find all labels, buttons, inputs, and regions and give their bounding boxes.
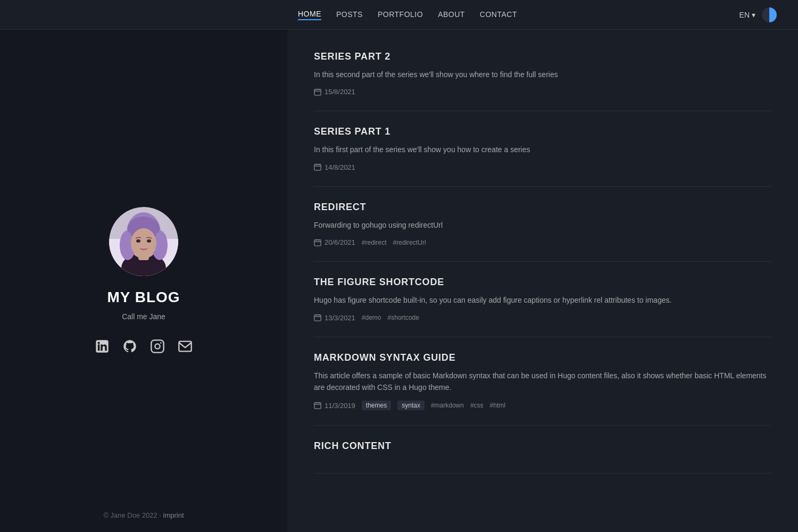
- theme-toggle-button[interactable]: [762, 7, 777, 22]
- post-item: MARKDOWN SYNTAX GUIDE This article offer…: [314, 337, 771, 426]
- nav-about[interactable]: ABOUT: [438, 10, 465, 20]
- lang-label: EN: [739, 11, 750, 19]
- svg-rect-20: [314, 164, 321, 170]
- svg-point-9: [131, 228, 156, 258]
- instagram-icon[interactable]: [149, 338, 166, 355]
- post-meta: 15/8/2021: [314, 88, 771, 96]
- linkedin-icon[interactable]: [94, 338, 111, 355]
- blog-subtitle: Call me Jane: [122, 312, 165, 321]
- post-item: REDIRECT Forwarding to gohugo using redi…: [314, 187, 771, 262]
- post-tag[interactable]: #markdown: [431, 402, 464, 409]
- post-description: In this first part of the series we'll s…: [314, 144, 771, 155]
- svg-rect-18: [179, 342, 191, 352]
- svg-rect-15: [151, 340, 163, 352]
- nav-posts[interactable]: POSTS: [336, 10, 363, 20]
- post-meta: 20/6/2021 #redirect #redirectUrl: [314, 238, 771, 246]
- post-item: SERIES PART 2 In this second part of the…: [314, 46, 771, 111]
- imprint-link[interactable]: imprint: [163, 511, 184, 519]
- post-meta: 14/8/2021: [314, 163, 771, 171]
- post-description: In this second part of the series we'll …: [314, 69, 771, 80]
- date-text: 11/3/2019: [325, 402, 355, 410]
- svg-point-16: [155, 344, 160, 348]
- post-tag[interactable]: #demo: [362, 314, 381, 321]
- main-content: SERIES PART 2 In this second part of the…: [287, 30, 798, 532]
- github-icon[interactable]: [121, 338, 138, 355]
- post-title[interactable]: REDIRECT: [314, 202, 771, 213]
- calendar-icon: [314, 163, 321, 171]
- top-navigation: HOME POSTS PORTFOLIO ABOUT CONTACT EN ▾: [0, 0, 798, 30]
- svg-point-11: [147, 239, 151, 243]
- post-date: 11/3/2019: [314, 402, 355, 410]
- nav-right: EN ▾: [739, 7, 777, 22]
- post-title[interactable]: SERIES PART 2: [314, 51, 771, 62]
- language-selector[interactable]: EN ▾: [739, 11, 755, 19]
- calendar-icon: [314, 402, 321, 409]
- sidebar: MY BLOG Call me Jane: [0, 30, 287, 532]
- blog-title: MY BLOG: [107, 289, 180, 306]
- post-description: Forwarding to gohugo using redirectUrl: [314, 219, 771, 231]
- post-description: This article offers a sample of basic Ma…: [314, 370, 771, 394]
- tag-badge-syntax[interactable]: syntax: [397, 401, 425, 410]
- post-description: Hugo has figure shortcode built-in, so y…: [314, 294, 771, 306]
- nav-contact[interactable]: CONTACT: [480, 10, 517, 20]
- date-text: 13/3/2021: [325, 314, 355, 322]
- post-tag[interactable]: #css: [470, 402, 484, 409]
- svg-rect-19: [314, 89, 321, 95]
- tag-badge-themes[interactable]: themes: [362, 401, 391, 410]
- post-tag[interactable]: #html: [490, 402, 505, 409]
- sidebar-footer: © Jane Doe 2022 · imprint: [103, 511, 184, 519]
- post-tag[interactable]: #redirect: [362, 239, 387, 246]
- calendar-icon: [314, 314, 321, 321]
- page-layout: MY BLOG Call me Jane: [0, 30, 798, 532]
- post-title[interactable]: MARKDOWN SYNTAX GUIDE: [314, 352, 771, 363]
- date-text: 20/6/2021: [325, 238, 355, 246]
- email-icon[interactable]: [177, 338, 194, 355]
- post-date: 15/8/2021: [314, 88, 355, 96]
- post-title[interactable]: RICH CONTENT: [314, 440, 771, 452]
- svg-point-14: [97, 342, 99, 344]
- post-date: 14/8/2021: [314, 163, 355, 171]
- svg-rect-23: [314, 403, 321, 409]
- svg-point-10: [136, 239, 140, 243]
- date-text: 14/8/2021: [325, 163, 355, 171]
- post-tag[interactable]: #shortcode: [388, 314, 419, 321]
- copyright-text: © Jane Doe 2022 ·: [103, 511, 163, 519]
- nav-links: HOME POSTS PORTFOLIO ABOUT CONTACT: [298, 10, 517, 20]
- svg-rect-21: [314, 239, 321, 245]
- date-text: 15/8/2021: [325, 88, 355, 96]
- post-date: 13/3/2021: [314, 314, 355, 322]
- post-item: SERIES PART 1 In this first part of the …: [314, 111, 771, 186]
- post-title[interactable]: SERIES PART 1: [314, 126, 771, 137]
- avatar: [109, 207, 178, 276]
- calendar-icon: [314, 88, 321, 96]
- nav-home[interactable]: HOME: [298, 10, 321, 20]
- nav-portfolio[interactable]: PORTFOLIO: [378, 10, 423, 20]
- calendar-icon: [314, 239, 321, 246]
- chevron-down-icon: ▾: [752, 11, 755, 19]
- post-item: THE FIGURE SHORTCODE Hugo has figure sho…: [314, 262, 771, 337]
- post-meta: 13/3/2021 #demo #shortcode: [314, 314, 771, 322]
- post-item: RICH CONTENT: [314, 426, 771, 473]
- svg-rect-22: [314, 315, 321, 321]
- post-date: 20/6/2021: [314, 238, 355, 246]
- post-meta: 11/3/2019 themes syntax #markdown #css #…: [314, 401, 771, 410]
- social-icons: [94, 338, 194, 355]
- svg-rect-13: [98, 345, 100, 351]
- post-title[interactable]: THE FIGURE SHORTCODE: [314, 277, 771, 288]
- svg-point-17: [160, 342, 162, 344]
- post-tag[interactable]: #redirectUrl: [393, 239, 426, 246]
